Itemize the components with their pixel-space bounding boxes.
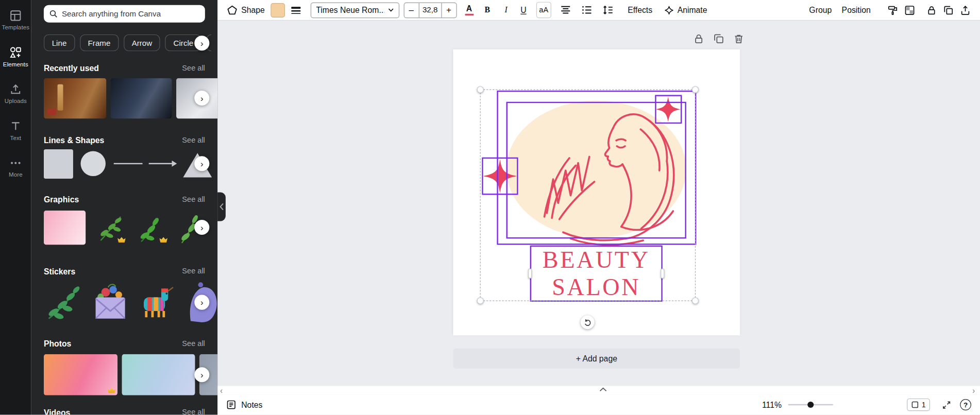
- see-all-link[interactable]: See all: [182, 408, 205, 414]
- page-indicator[interactable]: 1: [907, 399, 930, 411]
- circle-shape-item[interactable]: [80, 151, 106, 177]
- duplicate-page-button[interactable]: [713, 32, 725, 45]
- see-all-link[interactable]: See all: [182, 339, 205, 348]
- sticker-eucalyptus[interactable]: [44, 281, 85, 323]
- design-page[interactable]: BEAUTY SALON: [453, 49, 740, 336]
- sidebar-item-label: More: [9, 171, 23, 178]
- spacing-button[interactable]: [600, 2, 617, 19]
- chip-frame[interactable]: Frame: [80, 34, 119, 51]
- photo-orange-pink-gradient[interactable]: [44, 354, 117, 395]
- recently-used-next-button[interactable]: ›: [194, 91, 209, 106]
- delete-page-button[interactable]: [733, 32, 745, 45]
- envelope-flowers-illustration: [89, 281, 131, 323]
- sidebar-item-uploads[interactable]: Uploads: [1, 77, 30, 111]
- see-all-link[interactable]: See all: [182, 195, 205, 203]
- resize-handle-top-right[interactable]: [692, 86, 699, 93]
- resize-handle-bottom-right[interactable]: [692, 297, 699, 304]
- sidebar-item-templates[interactable]: Templates: [1, 3, 30, 37]
- position-button[interactable]: Position: [837, 2, 876, 19]
- copy-style-button[interactable]: [884, 2, 901, 19]
- panel-collapse-handle[interactable]: [217, 193, 226, 221]
- graphic-leaves[interactable]: [135, 211, 170, 245]
- font-size-decrease-button[interactable]: –: [404, 3, 418, 17]
- fill-color-swatch[interactable]: [271, 3, 285, 17]
- graphics-next-button[interactable]: ›: [194, 220, 209, 235]
- text-color-letter: A: [466, 4, 472, 12]
- duplicate-button[interactable]: [940, 2, 957, 19]
- square-shape-item[interactable]: [44, 149, 73, 178]
- collapse-bottom-panel-button[interactable]: [595, 385, 612, 393]
- share-export-button[interactable]: [957, 2, 974, 19]
- sidebar-item-elements[interactable]: Elements: [1, 40, 30, 74]
- zoom-slider[interactable]: [788, 401, 833, 409]
- shape-tool-button[interactable]: Shape: [224, 2, 268, 19]
- effects-button[interactable]: Effects: [622, 2, 657, 19]
- rotate-handle[interactable]: [581, 316, 595, 330]
- font-family-select[interactable]: Times Neue Rom...: [310, 2, 399, 18]
- notes-button[interactable]: Notes: [226, 400, 262, 409]
- transparency-button[interactable]: [901, 2, 918, 19]
- zoom-slider-knob[interactable]: [807, 402, 814, 408]
- graphic-leaf-branch[interactable]: [93, 211, 128, 245]
- animate-button[interactable]: Animate: [661, 2, 710, 19]
- resize-handle-bottom-left[interactable]: [477, 297, 484, 304]
- bold-button[interactable]: B: [480, 2, 495, 19]
- underline-button[interactable]: U: [516, 2, 531, 19]
- text-case-button[interactable]: aA: [536, 2, 551, 19]
- chip-arrow[interactable]: Arrow: [124, 34, 160, 51]
- sticker-envelope-flowers[interactable]: [89, 281, 131, 323]
- line-shape-item[interactable]: [113, 149, 143, 178]
- arrow-glyph: [148, 159, 178, 168]
- page-controls: [692, 32, 745, 45]
- sticker-pinata[interactable]: [136, 281, 177, 323]
- section-title: Videos: [44, 407, 70, 414]
- see-all-link[interactable]: See all: [182, 64, 205, 73]
- search-bar[interactable]: [44, 5, 205, 23]
- zoom-percent[interactable]: 111%: [762, 400, 782, 409]
- add-page-button[interactable]: + Add page: [453, 349, 740, 369]
- resize-handle-top-left[interactable]: [477, 86, 484, 93]
- thumb-photo-wood-clothespin[interactable]: [44, 78, 106, 119]
- lock-button[interactable]: [923, 2, 940, 19]
- line-glyph: [114, 163, 143, 164]
- share-export-icon: [960, 5, 971, 15]
- canvas-area[interactable]: BEAUTY SALON + Add page: [217, 20, 980, 386]
- photo-blue-gradient[interactable]: [122, 354, 195, 395]
- photos-next-button[interactable]: ›: [194, 367, 209, 382]
- arrow-shape-item[interactable]: [148, 149, 178, 178]
- sparkle-star-small[interactable]: [655, 97, 681, 122]
- font-size-increase-button[interactable]: +: [442, 3, 456, 17]
- section-header-lines-shapes: Lines & Shapes See all: [44, 135, 205, 145]
- stroke-style-button[interactable]: [287, 2, 304, 19]
- graphic-pink-gradient[interactable]: [44, 211, 86, 245]
- chip-line[interactable]: Line: [44, 34, 75, 51]
- logo-text-box[interactable]: BEAUTY SALON: [530, 246, 663, 302]
- see-all-link[interactable]: See all: [182, 135, 205, 144]
- text-box-right-handle[interactable]: [661, 269, 664, 279]
- pro-crown-badge: [108, 387, 116, 393]
- scroll-right-button[interactable]: ›: [972, 386, 975, 395]
- fullscreen-icon: [941, 400, 951, 409]
- text-box-left-handle[interactable]: [528, 269, 532, 279]
- font-size-stepper: – 32,8 +: [403, 2, 457, 18]
- see-all-link[interactable]: See all: [182, 267, 205, 275]
- fullscreen-button[interactable]: [940, 399, 952, 411]
- sidebar-item-text[interactable]: Text: [1, 114, 30, 148]
- lock-page-button[interactable]: [692, 32, 705, 45]
- group-button[interactable]: Group: [804, 2, 837, 19]
- stickers-next-button[interactable]: ›: [194, 295, 209, 310]
- italic-button[interactable]: I: [498, 2, 513, 19]
- alignment-button[interactable]: [557, 2, 574, 19]
- recently-used-row: [44, 78, 217, 119]
- list-button[interactable]: [579, 2, 596, 19]
- logo-text-line2: SALON: [552, 273, 640, 300]
- font-size-value[interactable]: 32,8: [418, 3, 442, 17]
- search-input[interactable]: [62, 9, 199, 18]
- lines-shapes-next-button[interactable]: ›: [194, 156, 209, 171]
- text-color-button[interactable]: A: [462, 2, 476, 18]
- scroll-left-button[interactable]: ‹: [220, 386, 223, 395]
- thumb-photo-dark[interactable]: [111, 78, 172, 119]
- sidebar-item-more[interactable]: More: [1, 150, 30, 184]
- chips-next-button[interactable]: ›: [194, 36, 209, 50]
- help-button[interactable]: ?: [960, 399, 971, 410]
